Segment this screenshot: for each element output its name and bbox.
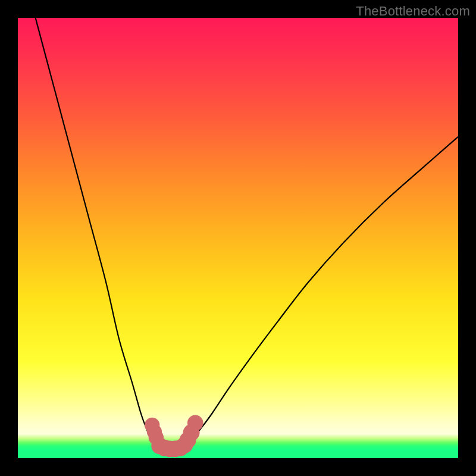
curve-left <box>36 18 157 447</box>
curve-right <box>185 137 458 447</box>
chart-overlay <box>18 18 458 458</box>
watermark-text: TheBottleneck.com <box>356 4 470 19</box>
marker-group <box>145 415 203 457</box>
chart-frame: TheBottleneck.com <box>0 0 476 476</box>
plot-area <box>18 18 458 458</box>
marker-dot <box>187 415 203 431</box>
